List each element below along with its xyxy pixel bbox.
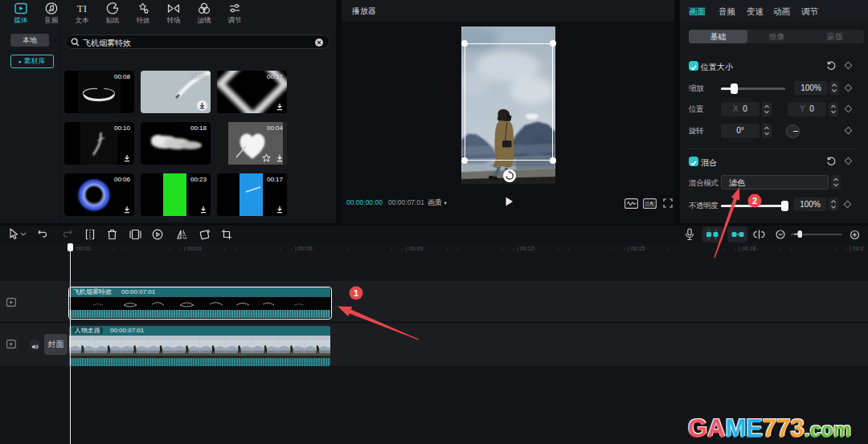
svg-text:TI: TI <box>77 2 87 14</box>
svg-text:适配: 适配 <box>645 201 656 207</box>
